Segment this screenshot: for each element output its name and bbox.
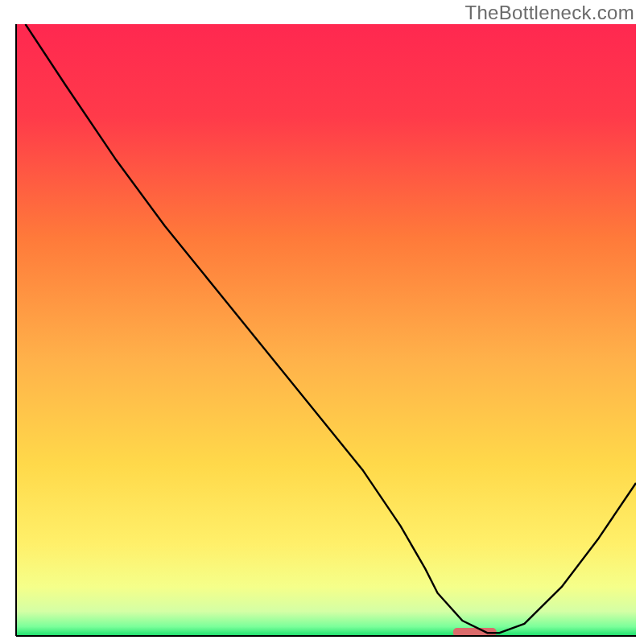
gradient-background: [16, 24, 636, 636]
watermark-text: TheBottleneck.com: [464, 2, 634, 24]
bottleneck-chart: [0, 0, 644, 644]
chart-container: TheBottleneck.com: [0, 0, 644, 644]
